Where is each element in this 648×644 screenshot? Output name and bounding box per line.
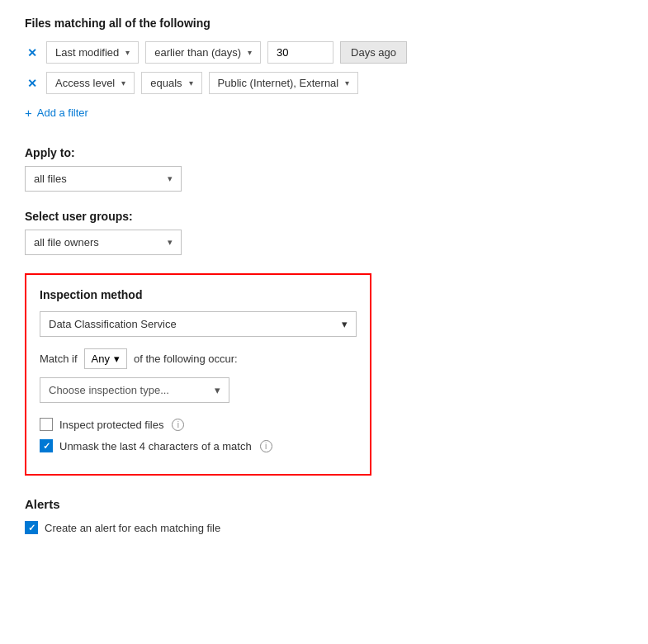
chevron-down-icon: ▾ [342,318,348,330]
filter-2-field-dropdown[interactable]: Access level ▾ [46,72,135,94]
inspection-method-title: Inspection method [40,288,357,301]
match-if-label: Match if [40,353,78,365]
chevron-down-icon: ▾ [248,48,252,57]
filter-2-operator-dropdown[interactable]: equals ▾ [141,72,201,94]
chevron-down-icon: ▾ [114,353,120,365]
filter-row-2: ✕ Access level ▾ equals ▾ Public (Intern… [25,72,623,94]
filter-1-operator-label: earlier than (days) [154,46,241,59]
apply-to-dropdown[interactable]: all files ▾ [25,166,182,192]
filter-1-suffix-label: Days ago [340,41,407,64]
chevron-down-icon: ▾ [168,237,173,248]
remove-filter-2-button[interactable]: ✕ [25,77,40,90]
match-if-suffix: of the following occur: [134,353,238,365]
unmask-last-label: Unmask the last 4 characters of a match [59,440,252,452]
filter-2-operator-label: equals [150,77,182,89]
inspect-protected-label: Inspect protected files [59,419,163,431]
inspection-type-dropdown[interactable]: Choose inspection type... ▾ [40,377,229,403]
alerts-checkbox-label: Create an alert for each matching file [45,522,220,534]
info-icon: i [172,419,184,431]
chevron-down-icon: ▾ [215,384,220,396]
filter-1-operator-dropdown[interactable]: earlier than (days) ▾ [145,41,261,64]
user-groups-dropdown[interactable]: all file owners ▾ [25,230,182,255]
apply-to-value: all files [34,173,67,185]
user-groups-section: Select user groups: all file owners ▾ [25,210,623,255]
user-groups-label: Select user groups: [25,210,623,223]
match-if-value: Any [92,353,110,365]
chevron-down-icon: ▾ [168,173,173,184]
plus-icon: + [25,106,32,120]
inspection-type-placeholder: Choose inspection type... [49,384,169,396]
unmask-last-checkbox[interactable] [40,439,53,452]
alerts-checkbox[interactable] [25,521,38,534]
filter-row-1: ✕ Last modified ▾ earlier than (days) ▾ … [25,41,623,64]
chevron-down-icon: ▾ [121,78,125,88]
filter-1-value-input[interactable] [267,41,333,64]
apply-to-label: Apply to: [25,146,623,159]
inspection-method-value: Data Classification Service [49,318,177,330]
inspection-method-dropdown[interactable]: Data Classification Service ▾ [40,311,357,337]
chevron-down-icon: ▾ [345,78,349,88]
filter-2-field-label: Access level [55,77,115,89]
match-if-row: Match if Any ▾ of the following occur: [40,348,357,369]
chevron-down-icon: ▾ [189,78,193,88]
inspect-protected-checkbox[interactable] [40,418,53,431]
filter-2-value-label: Public (Internet), External [218,77,339,89]
filter-1-field-dropdown[interactable]: Last modified ▾ [46,41,139,64]
user-groups-value: all file owners [34,236,99,249]
page-header: Files matching all of the following [25,17,623,30]
alerts-title: Alerts [25,497,623,511]
remove-filter-1-button[interactable]: ✕ [25,46,40,59]
apply-to-section: Apply to: all files ▾ [25,146,623,192]
inspect-protected-row: Inspect protected files i [40,418,357,431]
alerts-section: Alerts Create an alert for each matching… [25,497,623,534]
filter-2-value-dropdown[interactable]: Public (Internet), External ▾ [209,72,359,94]
files-matching-title: Files matching all of the following [25,17,623,30]
add-filter-button[interactable]: + Add a filter [25,102,88,123]
match-if-dropdown[interactable]: Any ▾ [84,348,127,369]
add-filter-label: Add a filter [37,107,88,119]
filter-1-field-label: Last modified [55,46,119,59]
unmask-last-row: Unmask the last 4 characters of a match … [40,439,357,452]
info-icon: i [260,440,272,452]
alerts-checkbox-row: Create an alert for each matching file [25,521,623,534]
chevron-down-icon: ▾ [125,48,130,57]
inspection-method-section: Inspection method Data Classification Se… [25,273,371,476]
